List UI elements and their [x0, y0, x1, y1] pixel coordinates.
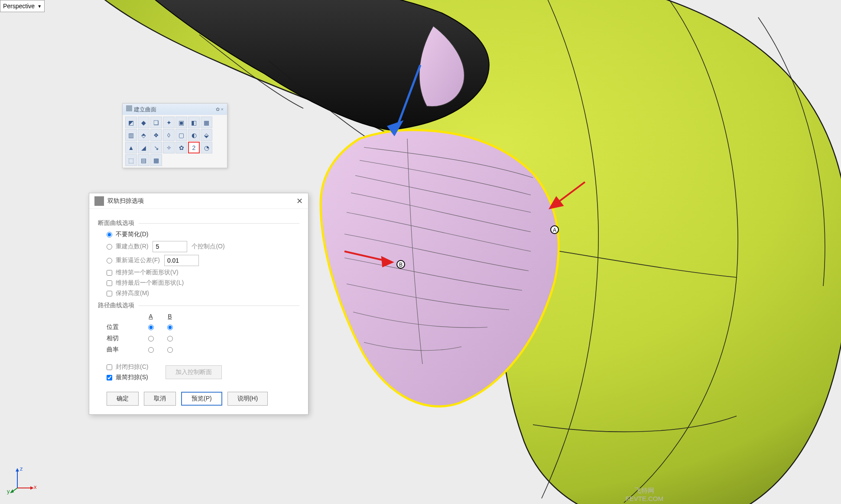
svg-marker-9: [16, 468, 19, 471]
section-path-header: 路径曲线选项: [98, 302, 299, 309]
surface-toolbar[interactable]: 建立曲面 ✿ × ◩ ◆ ❑ ✦ ▣ ◧ ▦ ▥ ⬘ ❖ ◊ ▢ ◐ ⬙ ▲ ◢…: [122, 103, 227, 168]
tool-btn-4[interactable]: ✦: [163, 117, 175, 128]
tool-btn-23[interactable]: ▤: [138, 154, 149, 166]
radio-refit[interactable]: 重新逼近公差(F): [107, 255, 299, 266]
svg-marker-11: [30, 486, 34, 490]
tool-btn-9[interactable]: ⬘: [138, 129, 149, 141]
cur-a[interactable]: [148, 347, 154, 353]
toolbar-title[interactable]: 建立曲面 ✿ ×: [123, 104, 227, 115]
cur-b[interactable]: [167, 347, 173, 353]
tool-btn-2[interactable]: ◆: [138, 117, 149, 128]
tool-btn-6[interactable]: ◧: [188, 117, 200, 128]
dialog-footer: 确定 取消 预览(P) 说明(H): [98, 384, 299, 406]
row-curvature-label: 曲率: [107, 346, 141, 354]
tool-btn-11[interactable]: ◊: [163, 129, 175, 141]
tool-btn-13[interactable]: ◐: [188, 129, 200, 141]
dialog-header[interactable]: 双轨扫掠选项 ✕: [89, 193, 308, 209]
close-icon[interactable]: ✕: [296, 196, 303, 206]
tool-btn-17[interactable]: ↘: [150, 142, 162, 153]
cb-closed[interactable]: 封闭扫掠(C): [107, 363, 148, 371]
tool-btn-7[interactable]: ▦: [201, 117, 212, 128]
tool-btn-16[interactable]: ◢: [138, 142, 149, 153]
radio-rebuild[interactable]: 重建点数(R) 个控制点(O): [107, 241, 299, 252]
tool-btn-5[interactable]: ▣: [175, 117, 187, 128]
pos-b[interactable]: [167, 325, 173, 330]
tool-btn-19[interactable]: ✿: [175, 142, 187, 153]
axis-gizmo: z x y: [10, 467, 36, 494]
watermark: 飞特网 FEVTE.COM: [625, 487, 663, 502]
cb-simple[interactable]: 最简扫掠(S): [107, 374, 148, 381]
tool-btn-8[interactable]: ▥: [125, 129, 137, 141]
ok-button[interactable]: 确定: [107, 392, 139, 406]
cancel-button[interactable]: 取消: [144, 392, 176, 406]
tool-btn-sweep2-highlighted[interactable]: 2: [188, 142, 200, 153]
preview-button[interactable]: 预览(P): [181, 392, 222, 406]
tool-btn-18[interactable]: ✧: [163, 142, 175, 153]
svg-marker-13: [10, 489, 14, 493]
refit-tol-input[interactable]: [164, 255, 199, 266]
tool-btn-24[interactable]: ▩: [150, 154, 162, 166]
tool-btn-12[interactable]: ▢: [175, 129, 187, 141]
add-slash-button[interactable]: 加入控制断面: [166, 365, 222, 379]
radio-no-simplify[interactable]: 不要简化(D): [107, 231, 299, 238]
tool-btn-3[interactable]: ❑: [150, 117, 162, 128]
toolbar-icon: [126, 105, 132, 111]
marker-a: A: [553, 227, 556, 233]
viewport-dropdown[interactable]: Perspective ▼: [0, 0, 45, 12]
row-position-label: 位置: [107, 323, 141, 331]
chevron-down-icon: ▼: [37, 4, 42, 9]
dialog-icon: [94, 196, 104, 206]
viewport-label: Perspective: [3, 3, 35, 10]
tan-a[interactable]: [148, 336, 154, 341]
col-b: B: [160, 313, 179, 320]
toolbar-gear-icon[interactable]: ✿ ×: [216, 107, 224, 112]
pos-a[interactable]: [148, 325, 154, 330]
rebuild-count-input[interactable]: [153, 241, 187, 252]
tool-btn-15[interactable]: ▲: [125, 142, 137, 153]
continuity-grid: A B 位置 相切 曲率: [107, 313, 299, 354]
tool-btn-14[interactable]: ⬙: [201, 129, 212, 141]
tan-b[interactable]: [167, 336, 173, 341]
col-a: A: [141, 313, 160, 320]
cb-keep-height[interactable]: 保持高度(M): [107, 289, 299, 297]
help-button[interactable]: 说明(H): [227, 392, 268, 406]
marker-b: B: [399, 262, 403, 268]
cb-keep-last[interactable]: 维持最后一个断面形状(L): [107, 279, 299, 287]
dialog-title: 双轨扫掠选项: [107, 197, 144, 204]
cb-keep-first[interactable]: 维持第一个断面形状(V): [107, 269, 299, 276]
tool-btn-10[interactable]: ❖: [150, 129, 162, 141]
tool-btn-21[interactable]: ◔: [201, 142, 212, 153]
toolbar-grid: ◩ ◆ ❑ ✦ ▣ ◧ ▦ ▥ ⬘ ❖ ◊ ▢ ◐ ⬙ ▲ ◢ ↘ ✧ ✿ 2 …: [123, 115, 227, 168]
tool-btn-1[interactable]: ◩: [125, 117, 137, 128]
row-tangent-label: 相切: [107, 335, 141, 342]
sweep2-dialog: 双轨扫掠选项 ✕ 断面曲线选项 不要简化(D) 重建点数(R) 个控制点(O) …: [89, 193, 308, 415]
tool-btn-22[interactable]: ⬚: [125, 154, 137, 166]
section-curve-header: 断面曲线选项: [98, 219, 299, 227]
